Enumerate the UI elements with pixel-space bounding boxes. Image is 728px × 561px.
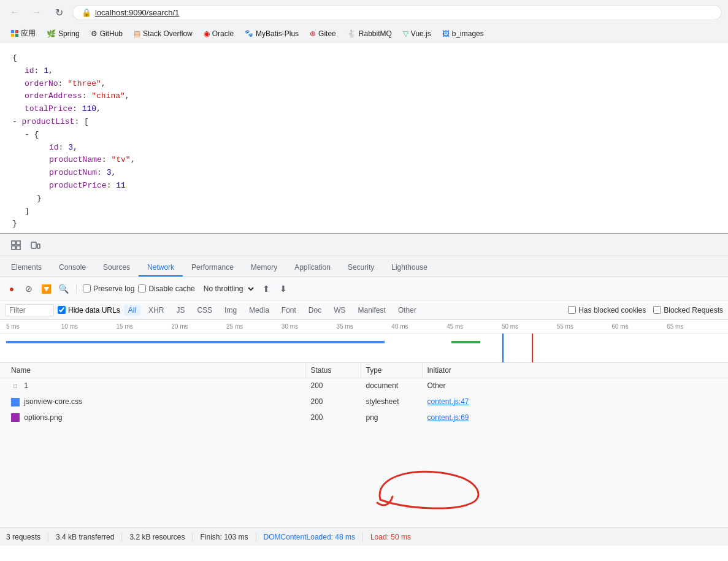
address-bar[interactable]: 🔒 localhost:9090/search/1 <box>72 5 722 20</box>
devtools-device-button[interactable] <box>27 238 44 253</box>
stackoverflow-icon: ▤ <box>134 29 140 38</box>
svg-rect-1 <box>17 241 20 245</box>
blocked-requests-checkbox[interactable] <box>653 306 661 314</box>
json-line-14: } <box>12 218 716 231</box>
status-divider-2 <box>121 533 122 541</box>
timeline-green-bar <box>451 341 480 343</box>
blocked-requests-label[interactable]: Blocked Requests <box>653 306 723 315</box>
table-row[interactable]: □ 1 200 document Other <box>0 378 728 394</box>
filter-type-all[interactable]: All <box>124 305 140 316</box>
import-har-button[interactable]: ⬆ <box>259 282 273 296</box>
disable-cache-label[interactable]: Disable cache <box>138 284 194 293</box>
tab-performance[interactable]: Performance <box>183 259 242 277</box>
initiator-link-3[interactable]: content.js:69 <box>427 413 469 422</box>
tick-20ms: 20 ms <box>171 323 226 330</box>
svg-rect-0 <box>12 241 15 245</box>
bookmark-stackoverflow[interactable]: ▤ Stack Overflow <box>129 28 197 40</box>
bookmark-apps[interactable]: 应用 <box>6 26 40 40</box>
filter-type-doc[interactable]: Doc <box>304 305 326 316</box>
filter-type-css[interactable]: CSS <box>193 305 216 316</box>
preserve-log-checkbox[interactable] <box>83 284 91 292</box>
b-images-icon: 🖼 <box>442 29 450 38</box>
bookmark-oracle[interactable]: ◉ Oracle <box>199 28 239 40</box>
bookmark-gitee[interactable]: ⊕ Gitee <box>305 28 341 40</box>
page-content: { id: 1, orderNo: "three", orderAddress:… <box>0 43 728 233</box>
th-name: Name <box>6 363 306 378</box>
td-name-2: jsonview-core.css <box>6 394 306 410</box>
bookmark-spring[interactable]: 🌿 Spring <box>42 28 85 40</box>
json-line-12: } <box>12 193 716 205</box>
initiator-link-2[interactable]: content.js:47 <box>427 397 469 406</box>
bookmark-vuejs[interactable]: ▽ Vue.js <box>398 28 436 40</box>
oracle-icon: ◉ <box>204 29 210 38</box>
tick-10ms: 10 ms <box>61 323 117 330</box>
filter-input[interactable] <box>5 304 54 316</box>
json-line-3: orderNo: "three", <box>12 78 716 91</box>
preserve-log-label[interactable]: Preserve log <box>83 284 134 293</box>
disable-cache-text: Disable cache <box>148 284 194 293</box>
tab-lighthouse[interactable]: Lighthouse <box>383 259 436 277</box>
json-line-2: id: 1, <box>12 65 716 78</box>
disable-cache-checkbox[interactable] <box>138 284 146 292</box>
forward-button[interactable]: → <box>28 4 45 21</box>
tab-console[interactable]: Console <box>50 259 94 277</box>
has-blocked-cookies-label[interactable]: Has blocked cookies <box>568 306 646 315</box>
td-initiator-2[interactable]: content.js:47 <box>423 394 722 410</box>
filter-type-xhr[interactable]: XHR <box>144 305 168 316</box>
filter-type-img[interactable]: Img <box>220 305 241 316</box>
bookmark-github[interactable]: ⚙ GitHub <box>86 28 128 40</box>
status-bar: 3 requests 3.4 kB transferred 3.2 kB res… <box>0 527 728 546</box>
bookmark-mybatis[interactable]: 🐾 MyBatis-Plus <box>240 28 304 40</box>
reload-button[interactable]: ↻ <box>50 4 67 21</box>
github-icon: ⚙ <box>91 29 98 38</box>
table-row[interactable]: options.png 200 png content.js:69 <box>0 410 728 426</box>
td-status-1: 200 <box>306 378 361 394</box>
filter-type-font[interactable]: Font <box>277 305 301 316</box>
filter-type-manifest[interactable]: Manifest <box>354 305 390 316</box>
hide-data-urls-text: Hide data URLs <box>68 306 120 315</box>
filter-type-media[interactable]: Media <box>245 305 274 316</box>
tab-application[interactable]: Application <box>286 259 339 277</box>
back-button[interactable]: ← <box>6 4 23 21</box>
filter-button[interactable]: 🔽 <box>39 282 53 296</box>
filter-type-js[interactable]: JS <box>172 305 189 316</box>
devtools-inspect-button[interactable] <box>7 238 25 253</box>
tick-50ms: 50 ms <box>502 323 557 330</box>
timeline-dom-line <box>502 334 504 363</box>
clear-button[interactable]: ⊘ <box>22 282 36 296</box>
url-text: localhost:9090/search/1 <box>95 8 179 17</box>
hide-data-urls-label[interactable]: Hide data URLs <box>58 306 120 315</box>
bookmark-rabbitmq[interactable]: 🐇 RabbitMQ <box>342 28 397 40</box>
tick-65ms: 65 ms <box>667 323 722 330</box>
tab-elements[interactable]: Elements <box>2 259 50 277</box>
bookmark-oracle-label: Oracle <box>212 29 234 38</box>
tab-memory[interactable]: Memory <box>242 259 286 277</box>
record-button[interactable]: ● <box>5 282 18 296</box>
json-line-10: productNum: 3, <box>12 167 716 180</box>
mybatis-icon: 🐾 <box>245 29 253 37</box>
table-row[interactable]: jsonview-core.css 200 stylesheet content… <box>0 394 728 410</box>
export-har-button[interactable]: ⬇ <box>277 282 290 296</box>
finish-time: Finish: 103 ms <box>200 533 248 541</box>
timeline-blue-bar <box>6 341 385 343</box>
has-blocked-cookies-checkbox[interactable] <box>568 306 576 314</box>
td-type-2: stylesheet <box>361 394 423 410</box>
filter-type-other[interactable]: Other <box>394 305 421 316</box>
resources-size: 3.2 kB resources <box>129 533 185 541</box>
td-name-1: □ 1 <box>6 378 306 394</box>
json-line-4: orderAddress: "china", <box>12 90 716 103</box>
tab-network[interactable]: Network <box>139 259 183 277</box>
filter-type-ws[interactable]: WS <box>329 305 350 316</box>
search-button[interactable]: 🔍 <box>56 282 70 296</box>
tab-security[interactable]: Security <box>339 259 383 277</box>
th-initiator: Initiator <box>423 363 722 378</box>
network-toolbar: ● ⊘ 🔽 🔍 Preserve log Disable cache No th… <box>0 277 728 300</box>
bookmark-b-images[interactable]: 🖼 b_images <box>437 28 489 40</box>
vuejs-icon: ▽ <box>403 29 408 38</box>
throttle-select[interactable]: No throttling Fast 3G Slow 3G Offline <box>199 283 256 295</box>
td-initiator-3[interactable]: content.js:69 <box>423 410 722 426</box>
hide-data-urls-checkbox[interactable] <box>58 306 66 314</box>
th-status: Status <box>306 363 361 378</box>
tab-sources[interactable]: Sources <box>94 259 139 277</box>
bookmarks-bar: 应用 🌿 Spring ⚙ GitHub ▤ Stack Overflow ◉ … <box>0 25 728 43</box>
